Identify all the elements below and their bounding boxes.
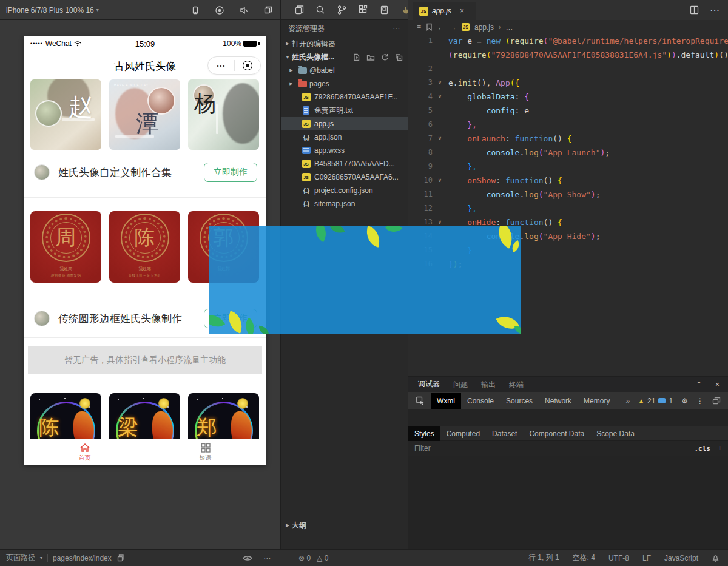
styles-tab-scope-data[interactable]: Scope Data [590,426,641,441]
fold-icon[interactable]: ∨ [435,174,445,187]
close-panel-icon[interactable]: × [715,380,720,389]
eol[interactable]: LF [642,554,651,562]
more-tabs-icon[interactable]: » [625,397,630,405]
collapse-all-icon[interactable] [395,53,403,61]
windows-icon[interactable] [263,5,273,15]
extensions-icon[interactable] [358,5,368,15]
minimize-icon[interactable] [235,61,261,70]
files-icon[interactable] [294,5,305,15]
surname-avatar-red[interactable]: 陈我姓陈金枝玉叶～金玉为开 [109,211,180,283]
fold-icon[interactable]: ∨ [435,132,445,146]
project-root[interactable]: ▼ 姓氏头像框... [281,50,408,64]
kebab-menu-icon[interactable]: ⋮ [696,397,704,405]
outline-list-icon[interactable]: ≡ [417,23,421,32]
more-menu-icon[interactable]: ••• [208,62,234,69]
page-path-label[interactable]: 页面路径 [6,553,35,563]
page-path-value[interactable]: pages/index/index [53,554,112,562]
split-editor-icon[interactable] [690,5,699,15]
cls-toggle[interactable]: .cls [694,445,710,453]
styles-tab-dataset[interactable]: Dataset [486,426,523,441]
file-item-pages[interactable]: ▶pages [281,77,408,90]
file-item-app.wxss[interactable]: app.wxss [281,144,408,157]
code-line[interactable]: 10∨ onShow: function() { [408,174,728,187]
message-count[interactable]: 1 [669,397,673,405]
more-actions-icon[interactable]: ⋯ [710,4,720,16]
breadcrumb-symbol[interactable]: … [505,23,513,32]
encoding[interactable]: UTF-8 [608,554,629,562]
git-branch-icon[interactable] [337,5,347,15]
device-icon[interactable] [190,5,200,15]
code-line[interactable]: 6 }, [408,118,728,132]
code-line[interactable]: 4∨ globalData: { [408,90,728,104]
code-line[interactable]: 1var e = new (require("@babel/runtime/he… [408,34,728,48]
tab-home[interactable]: 首页 [24,439,145,465]
bell-icon[interactable] [712,554,720,562]
filter-input[interactable]: Filter [414,444,431,453]
styles-tab-styles[interactable]: Styles [408,426,440,441]
surname-avatar-red[interactable]: 周我姓周岁月星辰 周而复始 [30,211,101,283]
devtools-tab-console[interactable]: Console [461,393,500,409]
cursor-position[interactable]: 行 1, 列 1 [528,553,559,563]
more-actions-icon[interactable]: ⋯ [263,554,271,562]
code-line[interactable]: 11 console.log("App Show"); [408,187,728,201]
styles-tab-computed[interactable]: Computed [440,426,486,441]
gear-icon[interactable]: ⚙ [681,397,688,405]
file-item-c092686570aa5aafa6...[interactable]: JSC092686570AA5AAFA6... [281,170,408,184]
page-icon[interactable] [379,5,389,15]
copy-icon[interactable] [116,554,124,562]
code-line[interactable]: 9 }, [408,160,728,174]
eye-icon[interactable] [243,554,252,562]
indentation[interactable]: 空格: 4 [573,553,595,563]
open-editors-section[interactable]: ▶ 打开的编辑器 [281,37,408,50]
language-mode[interactable]: JavaScript [664,554,698,562]
panel-tab-输出[interactable]: 输出 [481,377,496,392]
problems-summary[interactable]: ⊗ 0 △ 0 [280,554,408,562]
add-style-icon[interactable]: + [718,444,722,453]
device-selector[interactable]: iPhone 6/7/8 Plus 100% 16 [6,6,94,15]
devtools-tab-network[interactable]: Network [539,393,578,409]
panel-tab-终端[interactable]: 终端 [509,377,524,392]
inspect-element-icon[interactable] [416,396,425,405]
file-item--.txt[interactable]: 免责声明.txt [281,104,408,117]
panel-tab-问题[interactable]: 问题 [453,377,468,392]
devtools-tab-sources[interactable]: Sources [500,393,539,409]
blue-ad-overlay[interactable] [209,226,521,334]
file-item-79286d8470aa5aaf1f...[interactable]: JS79286D8470AA5AAF1F... [281,90,408,104]
breadcrumb-file[interactable]: app.js [474,23,494,32]
file-item-sitemap.json[interactable]: {..}sitemap.json [281,197,408,211]
file-item-@babel[interactable]: ▶@babel [281,64,408,77]
devtools-tab-memory[interactable]: Memory [578,393,616,409]
new-file-icon[interactable] [352,53,360,61]
surname-avatar-photo[interactable]: 杨 [188,79,259,150]
code-line[interactable]: 2 [408,62,728,76]
surname-avatar-photo[interactable]: 赵 [30,79,101,150]
more-actions-icon[interactable]: ⋯ [393,24,400,33]
close-icon[interactable]: × [460,7,464,15]
bookmark-icon[interactable] [426,23,433,31]
file-item-app.json[interactable]: {..}app.json [281,130,408,144]
record-icon[interactable] [215,5,224,15]
code-line[interactable]: 3∨e.init(), App({ [408,76,728,90]
code-line[interactable]: 8 console.log("App Launch"); [408,146,728,160]
forward-icon[interactable]: → [450,23,457,32]
styles-tab-component-data[interactable]: Component Data [523,426,590,441]
file-item-b458581770aa5aafd...[interactable]: JSB458581770AA5AAFD... [281,157,408,170]
make-now-button[interactable]: 立即制作 [204,163,257,182]
code-line[interactable]: 12 }, [408,201,728,215]
file-item-project.config.json[interactable]: {..}project.config.json [281,184,408,197]
panel-tab-调试器[interactable]: 调试器 [418,377,440,392]
refresh-icon[interactable] [381,53,389,61]
undock-icon[interactable] [712,397,721,405]
surname-avatar-photo[interactable]: HAVE A NICE DAY潭 [109,79,180,150]
code-line[interactable]: 5 config: e [408,104,728,118]
outline-section[interactable]: ▶ 大纲 [281,519,408,532]
back-icon[interactable]: ← [437,23,445,32]
tab-phrases[interactable]: 短语 [145,439,266,465]
fold-icon[interactable]: ∨ [435,76,445,90]
tab-app-js[interactable]: JS app.js × [413,2,476,20]
mute-icon[interactable] [239,5,249,15]
devtools-tab-wxml[interactable]: Wxml [431,393,461,409]
warning-count[interactable]: 21 [647,397,655,405]
new-folder-icon[interactable] [366,53,375,61]
code-line[interactable]: 7∨ onLaunch: function() { [408,132,728,146]
